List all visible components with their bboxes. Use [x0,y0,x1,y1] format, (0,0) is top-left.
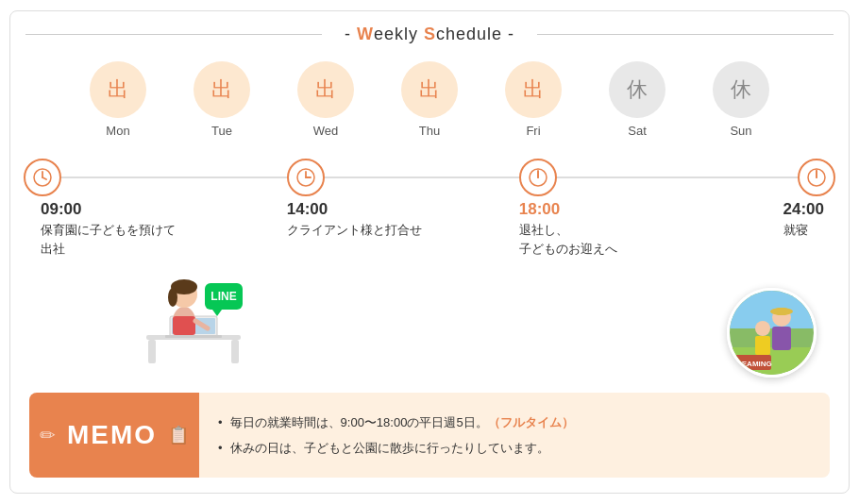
svg-line-2 [42,177,46,179]
memo-item-1: • 毎日の就業時間は、9:00〜18:00の平日週5日。（フルタイム） [218,413,811,432]
timeline-section: 09:00 保育園に子どもを預けて出社 [10,147,849,378]
svg-text:LINE: LINE [211,290,236,303]
event-time-14: 14:00 [287,200,422,219]
svg-text:DREAMING: DREAMING [731,360,772,368]
photo-svg: DREAMING [730,291,817,378]
event-time-09: 09:00 [41,200,176,219]
day-sat: 休 Sat [585,61,689,138]
clock-svg-09 [32,167,53,188]
svg-point-34 [755,321,770,336]
timeline-point-14 [287,159,325,196]
svg-rect-33 [777,308,786,315]
notepad-icon: 📋 [168,425,189,445]
svg-marker-26 [212,310,222,316]
day-circle-wed: 出 [297,61,354,118]
svg-rect-17 [165,335,222,338]
clock-icon-18 [519,159,557,196]
page-title: - Weekly Schedule - [345,25,514,44]
weekly-schedule-card: - Weekly Schedule - 出 Mon 出 Tue 出 Wed 出 … [9,10,850,494]
day-mon: 出 Mon [66,61,170,138]
memo-right: • 毎日の就業時間は、9:00〜18:00の平日週5日。（フルタイム） • 休み… [199,393,830,478]
title-line-left [25,34,322,35]
svg-rect-13 [148,340,156,363]
day-circle-mon: 出 [90,61,146,118]
memo-item-2: • 休みの日は、子どもと公園に散歩に行ったりしています。 [218,439,811,458]
svg-point-22 [168,288,177,307]
woman-illustration: LINE [137,245,250,368]
event-24: 24:00 就寝 [783,198,824,240]
pen-icon: ✏ [40,424,56,446]
days-row: 出 Mon 出 Tue 出 Wed 出 Thu 出 Fri 休 Sat 休 Su… [10,54,849,147]
day-sun: 休 Sun [689,61,793,138]
photo-circle: DREAMING [727,288,817,378]
events-area: 09:00 保育園に子どもを預けて出社 [42,198,817,378]
svg-rect-19 [173,316,195,335]
title-row: - Weekly Schedule - [10,11,849,54]
day-label-sat: Sat [628,124,647,138]
timeline-point-09 [24,159,61,196]
memo-label: MEMO [67,420,157,450]
event-desc-18: 退社し、子どものお迎えへ [519,221,617,258]
clock-icon-14 [287,159,325,196]
day-circle-fri: 出 [505,61,562,118]
clock-icon-09 [24,159,61,196]
svg-rect-35 [755,336,770,355]
day-circle-tue: 出 [194,61,250,118]
day-label-thu: Thu [419,124,440,138]
event-18: 18:00 退社し、子どものお迎えへ [519,198,617,258]
day-tue: 出 Tue [170,61,274,138]
day-label-sun: Sun [730,124,751,138]
memo-section: ✏ MEMO 📋 • 毎日の就業時間は、9:00〜18:00の平日週5日。（フル… [29,393,830,478]
svg-rect-14 [231,340,239,363]
day-wed: 出 Wed [274,61,378,138]
day-label-mon: Mon [106,124,129,138]
event-desc-14: クライアント様と打合せ [287,221,422,240]
day-fri: 出 Fri [481,61,585,138]
clock-svg-18 [528,167,548,188]
day-thu: 出 Thu [378,61,481,138]
day-circle-sat: 休 [609,61,665,118]
timeline-point-18 [519,159,557,196]
event-desc-24: 就寝 [783,221,824,240]
memo-left: ✏ MEMO 📋 [29,393,199,478]
day-label-fri: Fri [526,124,540,138]
woman-svg: LINE [137,245,250,368]
event-time-24: 24:00 [783,200,824,219]
clock-svg-24 [806,167,827,188]
memo-text-1: 毎日の就業時間は、9:00〜18:00の平日週5日。（フルタイム） [230,413,574,432]
clock-svg-14 [295,167,316,188]
day-label-tue: Tue [211,124,232,138]
event-14: 14:00 クライアント様と打合せ [287,198,422,240]
day-label-wed: Wed [313,124,339,138]
title-line-right [537,34,834,35]
timeline-point-24 [798,159,835,196]
svg-rect-31 [772,327,791,350]
day-circle-sun: 休 [713,61,769,118]
clock-icon-24 [798,159,835,196]
memo-text-2: 休みの日は、子どもと公園に散歩に行ったりしています。 [230,439,549,458]
timeline-line [42,176,817,178]
day-circle-thu: 出 [401,61,458,118]
event-time-18: 18:00 [519,200,617,219]
